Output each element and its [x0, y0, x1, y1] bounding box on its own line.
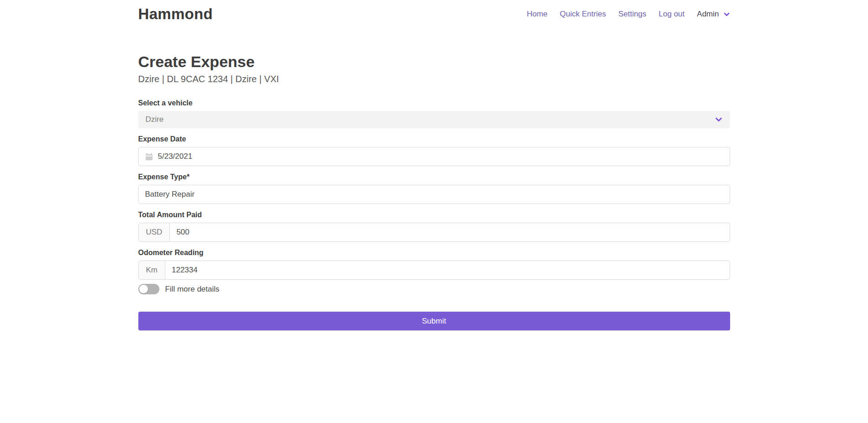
chevron-down-icon — [715, 115, 723, 124]
expense-type-input[interactable] — [145, 185, 723, 204]
create-expense-form: Select a vehicle Dzire Expense Date Ex — [138, 99, 730, 330]
fill-more-details-row: Fill more details — [138, 284, 730, 294]
main-content: Create Expense Dzire | DL 9CAC 1234 | Dz… — [138, 53, 730, 330]
vehicle-select[interactable]: Dzire — [138, 111, 730, 128]
nav-item-home[interactable]: Home — [527, 10, 547, 19]
nav-item-settings[interactable]: Settings — [618, 10, 646, 19]
vehicle-summary: Dzire | DL 9CAC 1234 | Dzire | VXI — [138, 74, 730, 84]
fill-more-details-toggle[interactable] — [138, 284, 159, 294]
main-nav: Home Quick Entries Settings Log out Admi… — [527, 10, 730, 19]
nav-item-quick-entries[interactable]: Quick Entries — [560, 10, 606, 19]
fill-more-details-label: Fill more details — [165, 285, 220, 294]
odometer-input[interactable] — [165, 261, 730, 279]
currency-unit-prefix: USD — [139, 223, 170, 241]
expense-date-field-wrap — [138, 147, 730, 166]
total-amount-field-wrap: USD — [138, 223, 730, 242]
admin-user-menu[interactable]: Admin — [697, 10, 730, 19]
expense-date-label: Expense Date — [138, 135, 730, 143]
vehicle-select-label: Select a vehicle — [138, 99, 730, 107]
odometer-field-wrap: Km — [138, 261, 730, 280]
admin-menu-label: Admin — [697, 10, 719, 19]
expense-type-field-wrap — [138, 185, 730, 204]
nav-item-logout[interactable]: Log out — [659, 10, 685, 19]
chevron-down-icon — [723, 11, 730, 18]
page-title: Create Expense — [138, 53, 730, 71]
odometer-label: Odometer Reading — [138, 249, 730, 257]
toggle-knob — [139, 285, 148, 293]
expense-type-label: Expense Type* — [138, 173, 730, 181]
submit-button[interactable]: Submit — [138, 312, 730, 330]
total-amount-input[interactable] — [170, 223, 729, 241]
distance-unit-prefix: Km — [139, 261, 166, 279]
calendar-icon — [145, 153, 153, 161]
total-amount-label: Total Amount Paid — [138, 211, 730, 219]
vehicle-select-value: Dzire — [146, 115, 164, 124]
expense-date-input[interactable] — [158, 147, 723, 166]
brand-logo[interactable]: Hammond — [138, 5, 213, 23]
header: Hammond Home Quick Entries Settings Log … — [138, 0, 730, 23]
